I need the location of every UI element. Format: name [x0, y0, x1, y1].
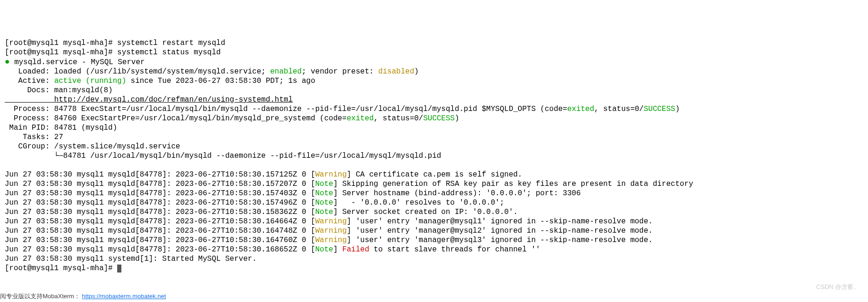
log-line: ] Server socket created on IP: '0.0.0.0'…	[333, 208, 518, 216]
success-label: SUCCESS	[644, 105, 675, 113]
process-line: )	[455, 114, 459, 123]
note-tag: Note	[315, 199, 333, 207]
log-line: ] Skipping generation of RSA key pair as…	[333, 180, 693, 188]
success-label: SUCCESS	[423, 114, 455, 123]
terminal-output[interactable]: [root@mysql1 mysql-mha]# systemctl resta…	[5, 38, 863, 273]
active-label: Active:	[5, 77, 54, 85]
log-line: Jun 27 03:58:30 mysql1 mysqld[84778]: 20…	[5, 180, 315, 188]
docs-url[interactable]: http://dev.mysql.com/doc/refman/en/using…	[5, 96, 293, 104]
log-line: Jun 27 03:58:30 mysql1 mysqld[84778]: 20…	[5, 245, 315, 254]
prompt: [root@mysql1 mysql-mha]#	[5, 264, 117, 273]
warning-tag: Warning	[315, 170, 347, 179]
log-line: Jun 27 03:58:30 mysql1 systemd[1]: Start…	[5, 255, 257, 263]
cgroup-child-line: └─84781 /usr/local/mysql/bin/mysqld --da…	[5, 152, 441, 160]
footer-text: 阅专业版以支持MobaXterm：	[0, 293, 80, 300]
note-tag: Note	[315, 208, 333, 216]
cgroup-line: CGroup: /system.slice/mysqld.service	[5, 142, 180, 151]
process-line: , status=0/	[594, 105, 644, 113]
active-status: active (running)	[54, 77, 127, 85]
docs-line: Docs: man:mysqld(8)	[5, 86, 112, 95]
warning-tag: Warning	[315, 227, 347, 235]
process-line: Process: 84760 ExecStartPre=/usr/local/m…	[5, 114, 347, 123]
exited-label: exited	[347, 114, 374, 123]
command-text: systemctl restart mysqld	[117, 39, 225, 47]
log-line: Jun 27 03:58:30 mysql1 mysqld[84778]: 20…	[5, 208, 315, 216]
footer-bar: 阅专业版以支持MobaXterm： https://mobaxterm.moba…	[0, 292, 166, 301]
warning-tag: Warning	[315, 217, 347, 226]
process-line: , status=0/	[374, 114, 423, 123]
watermark-text: CSDN @含蓄。	[816, 282, 860, 292]
log-line: Jun 27 03:58:30 mysql1 mysqld[84778]: 20…	[5, 217, 315, 226]
loaded-end: )	[414, 67, 419, 76]
loaded-line: Loaded: loaded (/usr/lib/systemd/system/…	[5, 67, 270, 76]
prompt: [root@mysql1 mysql-mha]#	[5, 39, 117, 47]
log-line: Jun 27 03:58:30 mysql1 mysqld[84778]: 20…	[5, 170, 315, 179]
loaded-mid: ; vendor preset:	[302, 67, 378, 76]
log-line: Jun 27 03:58:30 mysql1 mysqld[84778]: 20…	[5, 227, 315, 235]
note-tag: Note	[315, 189, 333, 198]
main-pid-line: Main PID: 84781 (mysqld)	[5, 124, 117, 132]
note-tag: Note	[315, 180, 333, 188]
process-line: Process: 84778 ExecStart=/usr/local/mysq…	[5, 105, 567, 113]
exited-label: exited	[567, 105, 594, 113]
process-line: )	[675, 105, 680, 113]
log-line: Jun 27 03:58:30 mysql1 mysqld[84778]: 20…	[5, 236, 315, 244]
log-line: ] Server hostname (bind-address): '0.0.0…	[333, 189, 581, 198]
footer-link[interactable]: https://mobaxterm.mobatek.net	[82, 293, 166, 300]
cursor-icon	[117, 265, 121, 273]
log-line: Jun 27 03:58:30 mysql1 mysqld[84778]: 20…	[5, 199, 315, 207]
enabled-label: enabled	[270, 67, 302, 76]
tasks-line: Tasks: 27	[5, 133, 63, 141]
log-line: ] 'user' entry 'manager@mysql1' ignored …	[347, 217, 653, 226]
active-since: since Tue 2023-06-27 03:58:30 PDT; 1s ag…	[126, 77, 315, 85]
log-line: ] - '0.0.0.0' resolves to '0.0.0.0';	[333, 199, 504, 207]
prompt: [root@mysql1 mysql-mha]#	[5, 48, 117, 57]
note-tag: Note	[315, 245, 333, 254]
disabled-label: disabled	[378, 67, 414, 76]
service-name: mysqld.service - MySQL Server	[10, 58, 145, 66]
log-line: ]	[333, 245, 342, 254]
log-line: ] 'user' entry 'manager@mysql2' ignored …	[347, 227, 653, 235]
log-line: Jun 27 03:58:30 mysql1 mysqld[84778]: 20…	[5, 189, 315, 198]
warning-tag: Warning	[315, 236, 347, 244]
log-line: ] CA certificate ca.pem is self signed.	[347, 170, 522, 179]
log-line: to start slave threads for channel ''	[369, 245, 540, 254]
status-dot-icon: ●	[5, 57, 10, 66]
failed-label: Failed	[342, 245, 369, 254]
log-line: ] 'user' entry 'manager@mysql3' ignored …	[347, 236, 653, 244]
command-text: systemctl status mysqld	[117, 48, 221, 57]
